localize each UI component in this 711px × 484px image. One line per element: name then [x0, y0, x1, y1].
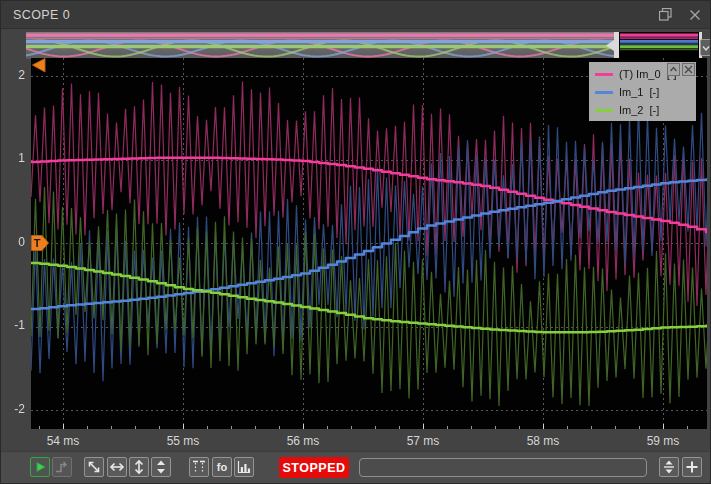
- x-tick-label: 55 ms: [167, 434, 200, 448]
- legend-close-button[interactable]: [682, 63, 695, 76]
- cursors-button[interactable]: [189, 457, 209, 477]
- auto-zoom-button[interactable]: [84, 457, 104, 477]
- legend-swatch-im1: [595, 91, 613, 94]
- chevron-down-icon: [701, 41, 711, 55]
- fourier-icon: fo: [217, 461, 228, 473]
- status-badge: STOPPED: [279, 457, 349, 478]
- run-button[interactable]: [30, 457, 50, 477]
- y-tick-label: -1: [3, 318, 25, 332]
- fit-horizontal-button[interactable]: [107, 457, 127, 477]
- close-icon: [689, 9, 701, 21]
- scroll-up-marker[interactable]: [31, 58, 46, 77]
- scope-window: SCOPE 0 2 1 0 -1 -2 54 ms 55 ms 56 ms 57…: [0, 0, 711, 484]
- trigger-marker-label: T: [34, 237, 41, 249]
- legend-swatch-im0: [595, 73, 613, 76]
- legend-swatch-im2: [595, 109, 613, 112]
- analysis-button[interactable]: [234, 457, 254, 477]
- y-tick-label: -2: [3, 402, 25, 416]
- toolbar: fo STOPPED: [1, 451, 711, 484]
- scrollbar-track[interactable]: [359, 458, 647, 477]
- legend-label-im2: Im_2 [-]: [619, 104, 659, 116]
- split-plot-button[interactable]: [659, 457, 679, 477]
- x-tick-label: 54 ms: [47, 434, 80, 448]
- left-triangle-icon: [31, 58, 46, 73]
- single-trigger-button[interactable]: [52, 457, 72, 477]
- add-plot-button[interactable]: [682, 457, 702, 477]
- x-tick-label: 56 ms: [287, 434, 320, 448]
- legend-row-im1[interactable]: Im_1 [-]: [595, 83, 696, 101]
- cursors-icon: [190, 458, 208, 476]
- y-tick-label: 2: [3, 68, 25, 82]
- restore-icon: [659, 8, 672, 21]
- y-tick-label: 0: [3, 235, 25, 249]
- legend-label-im1: Im_1 [-]: [619, 86, 659, 98]
- plus-icon: [683, 458, 701, 476]
- step-trigger-icon: [53, 458, 71, 476]
- play-icon: [31, 458, 49, 476]
- window-title: SCOPE 0: [1, 8, 652, 22]
- bar-chart-icon: [235, 458, 253, 476]
- close-window-button[interactable]: [682, 5, 708, 25]
- trigger-marker[interactable]: T: [31, 235, 50, 255]
- legend-row-im2[interactable]: Im_2 [-]: [595, 101, 696, 119]
- overview-options-button[interactable]: [700, 39, 711, 56]
- legend-row-im0[interactable]: (T) Im_0 [-]: [595, 65, 696, 83]
- fourier-button[interactable]: fo: [212, 457, 232, 477]
- x-tick-label: 58 ms: [527, 434, 560, 448]
- float-window-button[interactable]: [652, 5, 678, 25]
- legend[interactable]: (T) Im_0 [-] Im_1 [-] Im_2 [-]: [589, 62, 696, 121]
- split-view-icon: [660, 458, 678, 476]
- diagonal-arrows-icon: [85, 458, 103, 476]
- expand-vertical-button[interactable]: [151, 457, 171, 477]
- titlebar[interactable]: SCOPE 0: [1, 1, 711, 29]
- x-tick-label: 59 ms: [647, 434, 680, 448]
- signal-overview-navigator[interactable]: [26, 32, 702, 59]
- close-icon: [683, 64, 694, 75]
- vertical-arrows-icon: [130, 458, 148, 476]
- chevron-up-icon: [668, 64, 679, 75]
- y-tick-label: 1: [3, 151, 25, 165]
- legend-collapse-button[interactable]: [667, 63, 680, 76]
- fit-vertical-button[interactable]: [129, 457, 149, 477]
- split-triangles-icon: [152, 458, 170, 476]
- x-tick-label: 57 ms: [407, 434, 440, 448]
- horizontal-arrows-icon: [108, 458, 126, 476]
